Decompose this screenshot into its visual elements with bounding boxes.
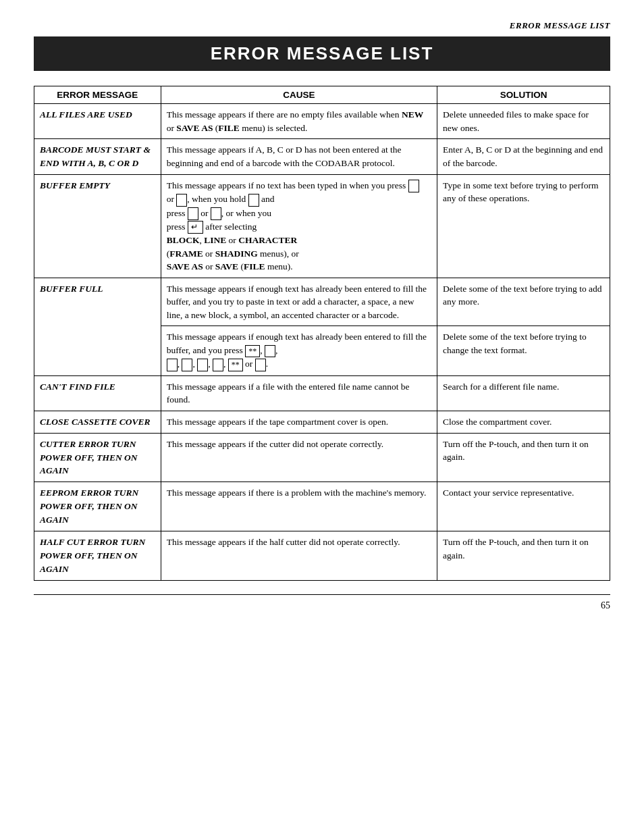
page-number: 65 xyxy=(601,600,610,611)
error-label: BUFFER EMPTY xyxy=(40,180,110,190)
error-message-table: ERROR MESSAGE CAUSE SOLUTION ALL FILES A… xyxy=(34,86,610,581)
error-label: BUFFER FULL xyxy=(40,284,103,294)
cause-cell: This message appears if A, B, C or D has… xyxy=(161,139,437,175)
table-row: CUTTER ERROR TURN POWER OFF, THEN ON AGA… xyxy=(34,433,610,482)
error-name-cell: BUFFER EMPTY xyxy=(34,174,161,278)
error-label: HALF CUT ERROR TURN POWER OFF, THEN ON A… xyxy=(40,537,145,574)
key-icon xyxy=(211,207,221,220)
cause-cell: This message appears if a file with the … xyxy=(161,375,437,411)
error-name-cell: CLOSE CASSETTE COVER xyxy=(34,411,161,433)
key-icon xyxy=(213,359,223,371)
error-name-cell: CUTTER ERROR TURN POWER OFF, THEN ON AGA… xyxy=(34,433,161,482)
key-icon xyxy=(255,359,266,371)
table-row: HALF CUT ERROR TURN POWER OFF, THEN ON A… xyxy=(34,531,610,580)
table-row: BARCODE MUST START & END WITH A, B, C OR… xyxy=(34,139,610,175)
key-icon xyxy=(167,359,178,371)
error-name-cell: EEPROM ERROR TURN POWER OFF, THEN ON AGA… xyxy=(34,482,161,531)
solution-cell-2: Delete some of the text before trying to… xyxy=(437,326,610,375)
table-row: CLOSE CASSETTE COVER This message appear… xyxy=(34,411,610,433)
table-row: EEPROM ERROR TURN POWER OFF, THEN ON AGA… xyxy=(34,482,610,531)
cause-cell: This message appears if the cutter did n… xyxy=(161,433,437,482)
cause-cell: This message appears if there are no emp… xyxy=(161,104,437,139)
solution-cell: Enter A, B, C or D at the beginning and … xyxy=(437,139,610,175)
table-row: ALL FILES ARE USED This message appears … xyxy=(34,104,610,139)
cause-cell: This message appears if enough text has … xyxy=(161,278,437,326)
solution-cell: Search for a different file name. xyxy=(437,375,610,411)
error-label: CUTTER ERROR TURN POWER OFF, THEN ON AGA… xyxy=(40,439,138,476)
key-icon xyxy=(182,359,192,371)
table-row: BUFFER FULL This message appears if enou… xyxy=(34,278,610,326)
error-label: CLOSE CASSETTE COVER xyxy=(40,417,151,427)
key-icon xyxy=(265,345,275,358)
solution-cell: Delete some of the text before trying to… xyxy=(437,278,610,326)
cause-cell: This message appears if there is a probl… xyxy=(161,482,437,531)
page-title: ERROR MESSAGE LIST xyxy=(34,36,610,71)
col-header-cause: CAUSE xyxy=(161,86,437,104)
error-name-cell: HALF CUT ERROR TURN POWER OFF, THEN ON A… xyxy=(34,531,161,580)
key-icon xyxy=(188,207,198,220)
error-name-cell: ALL FILES ARE USED xyxy=(34,104,161,139)
error-label: EEPROM ERROR TURN POWER OFF, THEN ON AGA… xyxy=(40,488,138,525)
key-icon xyxy=(197,359,208,371)
solution-cell: Turn off the P-touch, and then turn it o… xyxy=(437,433,610,482)
error-name-cell: CAN'T FIND FILE xyxy=(34,375,161,411)
solution-cell: Contact your service representative. xyxy=(437,482,610,531)
table-row: BUFFER EMPTY This message appears if no … xyxy=(34,174,610,278)
col-header-solution: SOLUTION xyxy=(437,86,610,104)
key-icon: ** xyxy=(228,359,243,371)
col-header-error: ERROR MESSAGE xyxy=(34,86,161,104)
key-icon: ** xyxy=(245,345,260,358)
error-label: ALL FILES ARE USED xyxy=(40,109,132,120)
solution-cell: Turn off the P-touch, and then turn it o… xyxy=(437,531,610,580)
error-name-cell: BARCODE MUST START & END WITH A, B, C OR… xyxy=(34,139,161,175)
cause-cell-2: This message appears if enough text has … xyxy=(161,326,437,375)
page-header: ERROR MESSAGE LIST xyxy=(34,20,610,31)
key-icon xyxy=(408,180,419,192)
solution-cell: Delete unneeded files to make space for … xyxy=(437,104,610,139)
table-row: CAN'T FIND FILE This message appears if … xyxy=(34,375,610,411)
page-footer: 65 xyxy=(34,594,610,611)
cause-text: This message appears if no text has been… xyxy=(167,180,419,271)
cause-cell: This message appears if the tape compart… xyxy=(161,411,437,433)
key-icon xyxy=(176,194,187,207)
solution-cell: Close the compartment cover. xyxy=(437,411,610,433)
cause-cell: This message appears if no text has been… xyxy=(161,174,437,278)
solution-cell: Type in some text before trying to perfo… xyxy=(437,174,610,278)
error-name-cell: BUFFER FULL xyxy=(34,278,161,375)
key-enter-icon: ↵ xyxy=(188,221,203,234)
error-label: BARCODE MUST START & END WITH A, B, C OR… xyxy=(40,145,151,168)
cause-cell: This message appears if the half cutter … xyxy=(161,531,437,580)
key-icon xyxy=(248,194,259,207)
error-label: CAN'T FIND FILE xyxy=(40,382,115,392)
